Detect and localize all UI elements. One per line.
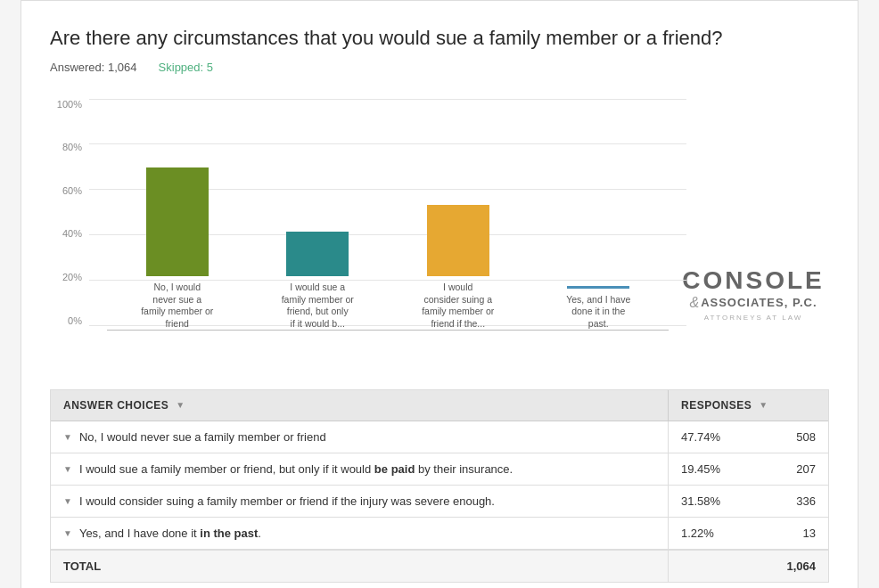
bars-row: No, I wouldnever sue afamily member orfr… — [107, 103, 669, 331]
response-count: 508 — [796, 430, 816, 444]
answer-table: ANSWER CHOICES ▼ RESPONSES ▼ ▼ No, I wou… — [50, 389, 829, 583]
td-answer: ▼ I would sue a family member or friend,… — [51, 453, 668, 485]
logo-ampersand-line: & ASSOCIATES, P.C. — [689, 295, 817, 311]
answer-text: I would consider suing a family member o… — [79, 494, 495, 508]
logo-console: CONSOLE — [682, 267, 824, 295]
logo-tagline: ATTORNEYS AT LAW — [704, 314, 803, 322]
total-value: 1,064 — [668, 551, 828, 582]
td-responses: 31.58% 336 — [668, 486, 828, 517]
expand-icon[interactable]: ▼ — [63, 496, 72, 506]
response-percent: 31.58% — [681, 494, 720, 508]
expand-icon[interactable]: ▼ — [63, 464, 72, 474]
bar — [567, 286, 629, 289]
sort-responses-icon[interactable]: ▼ — [759, 400, 768, 410]
bar-group: I wouldconsider suing afamily member orf… — [423, 205, 494, 331]
bar-group: No, I wouldnever sue afamily member orfr… — [142, 167, 213, 330]
bar — [427, 205, 489, 277]
y-axis-label: 20% — [50, 272, 82, 282]
bar-label: Yes, and I havedone it in thepast. — [558, 294, 638, 331]
bar-group: Yes, and I havedone it in thepast. — [563, 286, 634, 331]
grid-line — [89, 99, 686, 100]
logo-area: CONSOLE & ASSOCIATES, P.C. ATTORNEYS AT … — [686, 90, 829, 375]
answer-text: No, I would never sue a family member or… — [79, 430, 326, 444]
response-percent: 19.45% — [681, 462, 720, 476]
table-row: ▼ Yes, and I have done it in the past. 1… — [51, 518, 828, 549]
y-axis: 0%20%40%60%80%100% — [50, 99, 82, 326]
y-axis-label: 60% — [50, 185, 82, 196]
expand-icon[interactable]: ▼ — [63, 528, 72, 538]
chart-inner: No, I wouldnever sue afamily member orfr… — [89, 90, 686, 375]
y-axis-label: 80% — [50, 142, 82, 152]
td-answer: ▼ No, I would never sue a family member … — [51, 421, 668, 453]
bar-group: I would sue afamily member orfriend, but… — [282, 232, 353, 330]
skipped-stat: Skipped: 5 — [159, 61, 213, 74]
answer-text: Yes, and I have done it in the past. — [79, 527, 261, 540]
td-responses: 47.74% 508 — [668, 421, 828, 453]
bar — [146, 167, 209, 276]
x-axis-line — [107, 330, 669, 331]
table-rows: ▼ No, I would never sue a family member … — [51, 421, 828, 549]
response-percent: 47.74% — [681, 430, 720, 444]
y-axis-label: 40% — [50, 228, 82, 239]
table-row: ▼ I would consider suing a family member… — [51, 486, 828, 518]
y-axis-label: 100% — [50, 99, 82, 110]
th-answer-choices: ANSWER CHOICES ▼ — [51, 390, 668, 421]
bar-label: No, I wouldnever sue afamily member orfr… — [137, 282, 218, 331]
answered-stat: Answered: 1,064 — [50, 61, 137, 74]
response-count: 336 — [796, 494, 816, 508]
chart-area: 0%20%40%60%80%100% No, I wouldnever sue … — [50, 90, 829, 375]
table-row: ▼ No, I would never sue a family member … — [51, 421, 828, 453]
survey-card: Are there any circumstances that you wou… — [21, 0, 858, 588]
td-answer: ▼ I would consider suing a family member… — [51, 486, 668, 517]
total-row: TOTAL 1,064 — [51, 549, 828, 582]
total-label: TOTAL — [51, 551, 668, 582]
table-header: ANSWER CHOICES ▼ RESPONSES ▼ — [51, 390, 828, 421]
td-responses: 1.22% 13 — [668, 518, 828, 549]
bar — [286, 232, 349, 276]
expand-icon[interactable]: ▼ — [63, 432, 72, 442]
sort-answer-icon[interactable]: ▼ — [176, 400, 185, 410]
td-responses: 19.45% 207 — [668, 453, 828, 485]
question-title: Are there any circumstances that you wou… — [50, 26, 829, 52]
y-axis-label: 0% — [50, 315, 82, 326]
td-answer: ▼ Yes, and I have done it in the past. — [51, 518, 668, 549]
response-percent: 1.22% — [681, 527, 714, 540]
response-count: 207 — [796, 462, 816, 476]
table-row: ▼ I would sue a family member or friend,… — [51, 453, 828, 486]
answer-text: I would sue a family member or friend, b… — [79, 462, 513, 476]
response-count: 13 — [803, 527, 816, 540]
th-responses: RESPONSES ▼ — [668, 390, 828, 421]
bar-label: I wouldconsider suing afamily member orf… — [418, 282, 498, 331]
bar-label: I would sue afamily member orfriend, but… — [277, 282, 357, 331]
stats-row: Answered: 1,064 Skipped: 5 — [50, 61, 829, 74]
